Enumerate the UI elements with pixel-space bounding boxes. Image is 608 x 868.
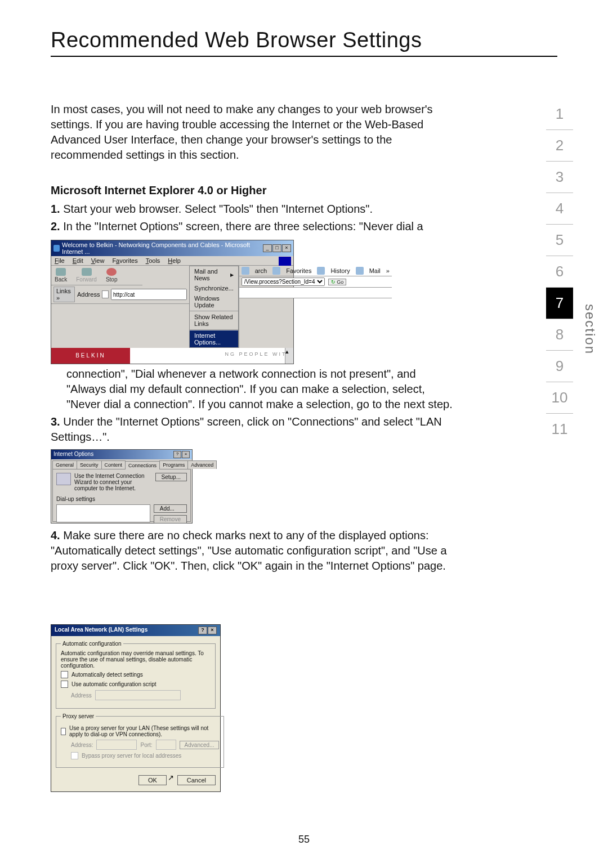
page-title: Recommended Web Browser Settings [51, 28, 557, 52]
dialup-list[interactable] [56, 504, 150, 522]
mail-label: Mail [369, 267, 381, 274]
checkbox-auto-script[interactable] [61, 681, 68, 688]
help-icon[interactable]: ? [198, 627, 207, 634]
go-button[interactable]: ↻ Go [328, 279, 347, 285]
tab-advanced[interactable]: Advanced [187, 460, 217, 469]
close-icon[interactable]: × [182, 451, 190, 458]
step-3-number: 3. [51, 415, 60, 428]
checkbox-bypass [71, 752, 78, 759]
ok-button[interactable]: OK [138, 775, 167, 785]
add-button[interactable]: Add... [154, 504, 187, 513]
menu-show-related[interactable]: Show Related Links [190, 312, 238, 329]
wizard-icon [56, 473, 71, 485]
ie-content-area: BELKIN NG PEOPLE WITH ▴ [51, 348, 293, 364]
favorites-label: Favorites [286, 267, 311, 274]
stop-button[interactable]: Stop [106, 268, 118, 283]
ie-menubar: File Edit View Favorites Tools Help [51, 256, 293, 266]
forward-button: Forward [76, 268, 97, 283]
checkbox-proxy[interactable] [61, 728, 66, 735]
address-input[interactable] [111, 289, 187, 300]
section-nav-4[interactable]: 4 [546, 193, 573, 225]
address-label: Address [77, 291, 100, 298]
menu-view[interactable]: View [91, 257, 105, 264]
ie-page-icon [102, 290, 109, 298]
section-nav-3[interactable]: 3 [546, 162, 573, 193]
belkin-logo: BELKIN [51, 348, 130, 364]
step-2: 2. In the "Internet Options" screen, the… [51, 219, 456, 234]
tab-programs[interactable]: Programs [159, 460, 188, 469]
label-address: Address [71, 692, 92, 699]
step-1: 1. Start your web browser. Select "Tools… [51, 202, 456, 217]
step-4-text: Make sure there are no check marks next … [51, 529, 447, 572]
mail-icon[interactable] [356, 267, 364, 275]
favorites-icon[interactable] [272, 267, 280, 275]
search-label: arch [255, 267, 267, 274]
input-proxy-address [96, 740, 137, 750]
page-banner-text: NG PEOPLE WITH [225, 351, 292, 357]
label-bypass: Bypass proxy server for local addresses [82, 753, 181, 759]
section-nav-1[interactable]: 1 [546, 99, 573, 130]
legend-auto: Automatic configuration [61, 641, 123, 647]
section-nav-2[interactable]: 2 [546, 130, 573, 162]
section-nav-11[interactable]: 11 [546, 414, 573, 445]
section-nav-10[interactable]: 10 [546, 382, 573, 414]
section-nav-6[interactable]: 6 [546, 256, 573, 288]
dialup-label: Dial-up settings [56, 496, 187, 502]
section-nav-9[interactable]: 9 [546, 351, 573, 382]
tab-connections[interactable]: Connections [125, 461, 160, 469]
menu-windows-update[interactable]: Windows Update [190, 293, 238, 310]
menu-mail-news[interactable]: Mail and News▶ [190, 266, 238, 283]
scrollbar[interactable]: ▴ [285, 348, 293, 364]
maximize-icon[interactable]: □ [272, 244, 281, 252]
tab-content[interactable]: Content [101, 460, 126, 469]
back-button[interactable]: Back [55, 268, 67, 283]
links-button[interactable]: Links » [53, 287, 75, 302]
search-icon[interactable] [242, 267, 249, 275]
help-icon[interactable]: ? [173, 451, 181, 458]
legend-proxy: Proxy server [61, 713, 96, 719]
remove-button: Remove [154, 515, 187, 524]
menu-file[interactable]: File [55, 257, 65, 264]
ie-address-bar: Links » Address [51, 285, 189, 304]
close-icon[interactable]: × [208, 627, 217, 634]
section-nav-5[interactable]: 5 [546, 225, 573, 256]
checkbox-auto-detect[interactable] [61, 671, 68, 678]
tab-general[interactable]: General [52, 460, 77, 469]
ie-window-title: Welcome to Belkin - Networking Component… [62, 241, 261, 255]
group-proxy: Proxy server Use a proxy server for your… [56, 713, 224, 768]
section-label: section [582, 304, 598, 355]
menu-favorites[interactable]: Favorites [112, 257, 137, 264]
ie-icon [53, 245, 60, 252]
label-proxy-address: Address: [71, 742, 93, 748]
menu-synchronize[interactable]: Synchronize... [190, 283, 238, 293]
menu-tools[interactable]: Tools [146, 257, 160, 264]
minimize-icon[interactable]: _ [263, 244, 272, 252]
intro-paragraph: In most cases, you will not need to make… [51, 102, 456, 163]
menu-help[interactable]: Help [168, 257, 181, 264]
screenshot-lan-settings: Local Area Network (LAN) Settings ? × Au… [51, 624, 221, 792]
cursor-icon [167, 775, 172, 782]
step-4: 4. Make sure there are no check marks ne… [51, 528, 456, 574]
close-icon[interactable]: × [282, 244, 291, 252]
input-proxy-port [156, 740, 176, 750]
label-auto-detect: Automatically detect settings [71, 672, 143, 678]
wizard-text: Use the Internet Connection Wizard to co… [74, 473, 152, 491]
section-nav-8[interactable]: 8 [546, 319, 573, 351]
label-proxy-port: Port: [140, 742, 152, 748]
ie-titlebar: Welcome to Belkin - Networking Component… [51, 240, 293, 256]
tab-security[interactable]: Security [77, 460, 102, 469]
menu-internet-options[interactable]: Internet Options... [190, 330, 238, 347]
ie-right-toolbar: arch Favorites History Mail » [239, 266, 392, 276]
step-1-text: Start your web browser. Select "Tools" t… [63, 203, 373, 215]
section-nav-7[interactable]: 7 [546, 288, 573, 319]
history-icon[interactable] [317, 267, 325, 275]
setup-button[interactable]: Setup... [155, 473, 187, 481]
subheading-ie: Microsoft Internet Explorer 4.0 or Highe… [51, 184, 456, 197]
menu-edit[interactable]: Edit [73, 257, 83, 264]
cancel-button[interactable]: Cancel [177, 775, 216, 785]
address-combo[interactable]: /View.process?Section_Id=4 [242, 278, 325, 286]
ie-throbber-icon [279, 257, 291, 266]
step-3-text: Under the "Internet Options" screen, cli… [51, 415, 442, 443]
step-4-number: 4. [51, 529, 60, 542]
lan-title: Local Area Network (LAN) Settings [55, 627, 147, 634]
